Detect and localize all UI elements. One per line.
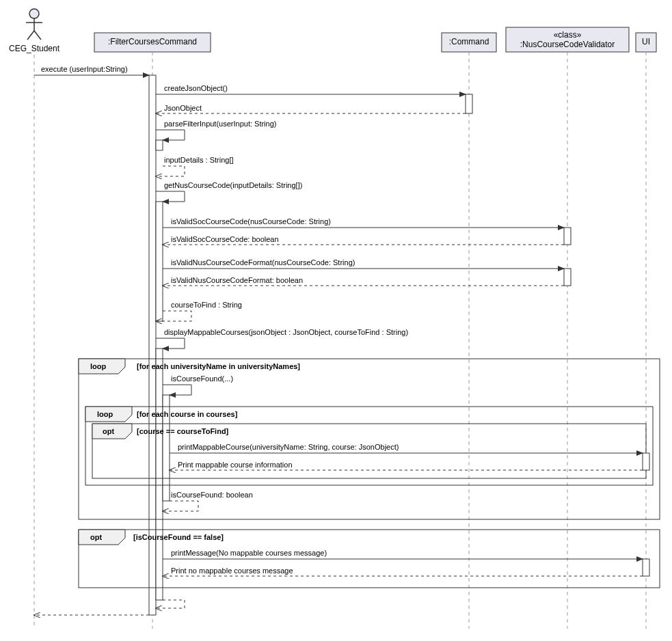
msg-coursetofind: courseToFind : String bbox=[171, 301, 242, 309]
participant-filtercoursescommand: :FilterCoursesCommand bbox=[94, 33, 211, 52]
msg-isvalidsoc: isValidSocCourseCode(nusCourseCode: Stri… bbox=[171, 217, 331, 226]
msg-iscoursefound-ret: isCourseFound: boolean bbox=[171, 491, 253, 499]
activation-ncc-2 bbox=[564, 269, 571, 286]
frame-label-opt2: opt bbox=[90, 533, 102, 541]
frame-guard-opt1: [course == courseToFind] bbox=[137, 427, 229, 435]
participant-label: «class» bbox=[554, 30, 582, 40]
participant-ui: UI bbox=[636, 33, 656, 52]
svg-line-4 bbox=[34, 31, 41, 40]
participant-label: :FilterCoursesCommand bbox=[108, 37, 197, 46]
msg-parsefilter: parseFilterInput(userInput: String) bbox=[164, 120, 276, 128]
msg-getnuscode: getNusCourseCode(inputDetails: String[]) bbox=[164, 181, 302, 189]
msg-printmappable: printMappableCourse(universityName: Stri… bbox=[178, 443, 399, 451]
msg-printmappable-return: Print mappable course information bbox=[178, 461, 293, 469]
frame-label-loop2: loop bbox=[97, 410, 113, 418]
activation-ncc-1 bbox=[564, 228, 571, 245]
frame-label-loop1: loop bbox=[90, 362, 106, 370]
msg-printnomap-return: Print no mappable courses message bbox=[171, 567, 293, 575]
frame-guard-loop2: [for each course in courses] bbox=[137, 410, 238, 418]
msg-inputdetails: inputDetails : String[] bbox=[164, 156, 234, 164]
participant-command: :Command bbox=[442, 33, 496, 52]
participant-label: :Command bbox=[449, 37, 489, 46]
svg-line-3 bbox=[27, 31, 34, 40]
participant-nuscoursecodevalidator: «class» :NusCourseCodeValidator bbox=[506, 27, 629, 52]
msg-displaymappable: displayMappableCourses(jsonObject : Json… bbox=[164, 328, 408, 336]
msg-isvalidfmt: isValidNusCourseCodeFormat(nusCourseCode… bbox=[171, 258, 355, 267]
activation-fcc-self2 bbox=[156, 202, 163, 321]
msg-iscoursefound: isCourseFound(...) bbox=[171, 374, 233, 383]
activation-ui-1 bbox=[643, 453, 649, 470]
msg-execute: execute (userInput:String) bbox=[41, 65, 128, 73]
participant-label: :NusCourseCodeValidator bbox=[520, 40, 615, 49]
actor-ceg-student: CEG_Student bbox=[9, 9, 60, 53]
activation-fcc-self3 bbox=[156, 349, 163, 600]
participant-label: UI bbox=[642, 37, 650, 46]
frame-guard-loop1: [for each universityName in universityNa… bbox=[137, 362, 300, 370]
activation-ui-2 bbox=[643, 559, 649, 576]
msg-isvalidsoc-return: isValidSocCourseCode: boolean bbox=[171, 235, 279, 243]
actor-label: CEG_Student bbox=[9, 44, 60, 53]
msg-jsonobj-return: JsonObject bbox=[164, 104, 202, 112]
msg-isvalidfmt-return: isValidNusCourseCodeFormat: boolean bbox=[171, 276, 303, 284]
sequence-diagram: CEG_Student :FilterCoursesCommand :Comma… bbox=[7, 7, 665, 634]
frame-label-opt1: opt bbox=[103, 427, 114, 435]
msg-createjson: createJsonObject() bbox=[164, 84, 228, 92]
frame-guard-opt2: [isCourseFound == false] bbox=[133, 533, 224, 541]
activation-fcc-self1 bbox=[156, 140, 163, 150]
activation-cmd-1 bbox=[466, 94, 472, 113]
msg-printnomap: printMessage(No mappable courses message… bbox=[171, 549, 327, 557]
svg-point-0 bbox=[29, 9, 39, 18]
